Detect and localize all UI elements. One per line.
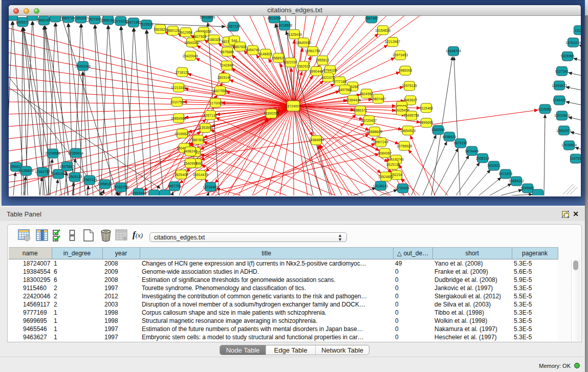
svg-text:8186328: 8186328 xyxy=(207,38,221,41)
svg-text:1621072: 1621072 xyxy=(321,76,335,79)
svg-text:18300295: 18300295 xyxy=(264,112,279,115)
svg-text:1362615: 1362615 xyxy=(297,64,311,68)
svg-text:20364436: 20364436 xyxy=(345,98,361,102)
svg-text:12923448: 12923448 xyxy=(131,191,146,195)
svg-text:8912954: 8912954 xyxy=(179,31,193,34)
svg-text:19854985: 19854985 xyxy=(171,117,186,120)
svg-text:7663822: 7663822 xyxy=(154,28,167,31)
svg-text:7632621: 7632621 xyxy=(487,164,501,167)
svg-text:8427552: 8427552 xyxy=(213,89,227,93)
svg-text:12505135: 12505135 xyxy=(67,175,82,179)
svg-text:15692971: 15692971 xyxy=(556,129,572,133)
svg-text:23420046: 23420046 xyxy=(183,54,198,58)
svg-text:16648764: 16648764 xyxy=(446,49,461,53)
svg-text:18724007: 18724007 xyxy=(286,104,301,108)
svg-text:1615132: 1615132 xyxy=(386,163,400,166)
svg-text:12975115: 12975115 xyxy=(402,84,417,87)
svg-text:16782759: 16782759 xyxy=(113,185,128,189)
svg-text:10756928: 10756928 xyxy=(397,144,412,148)
svg-text:8990448: 8990448 xyxy=(310,70,323,73)
svg-text:9329966: 9329966 xyxy=(561,54,575,58)
svg-text:19166825: 19166825 xyxy=(175,132,190,136)
svg-text:10807487: 10807487 xyxy=(371,97,386,101)
svg-text:19654923: 19654923 xyxy=(400,129,416,133)
svg-text:3867834: 3867834 xyxy=(191,138,205,142)
svg-text:20691406: 20691406 xyxy=(36,18,52,22)
svg-text:12093872: 12093872 xyxy=(552,84,567,87)
svg-text:2803144: 2803144 xyxy=(217,76,231,79)
svg-text:6879197: 6879197 xyxy=(454,141,468,145)
svg-text:2887682: 2887682 xyxy=(365,16,379,20)
svg-text:8454749: 8454749 xyxy=(246,48,260,52)
svg-text:6497568: 6497568 xyxy=(338,88,352,92)
svg-text:9457791: 9457791 xyxy=(168,184,182,188)
svg-text:13524851: 13524851 xyxy=(378,175,394,179)
svg-text:19975867: 19975867 xyxy=(59,165,75,168)
svg-text:12213967: 12213967 xyxy=(385,40,400,43)
svg-text:6794028: 6794028 xyxy=(323,69,337,72)
svg-text:16154838: 16154838 xyxy=(375,29,390,32)
svg-text:17957225: 17957225 xyxy=(82,178,97,182)
svg-text:9827505: 9827505 xyxy=(193,35,207,38)
svg-text:1244415: 1244415 xyxy=(553,98,567,102)
svg-text:1640954: 1640954 xyxy=(431,128,445,132)
svg-text:1540993: 1540993 xyxy=(184,162,198,165)
svg-text:16914479: 16914479 xyxy=(193,173,208,177)
svg-text:20206556: 20206556 xyxy=(45,151,60,155)
svg-text:16961758: 16961758 xyxy=(305,49,320,53)
svg-text:116753: 116753 xyxy=(570,157,581,160)
svg-text:16671355: 16671355 xyxy=(126,20,141,24)
svg-text:7485003: 7485003 xyxy=(399,69,412,72)
svg-text:8471676: 8471676 xyxy=(499,172,513,176)
svg-text:9899695: 9899695 xyxy=(420,121,433,124)
svg-text:10653267: 10653267 xyxy=(73,16,89,20)
svg-text:15716485: 15716485 xyxy=(203,185,218,189)
svg-text:11325419: 11325419 xyxy=(287,33,302,36)
svg-text:9777169: 9777169 xyxy=(333,80,347,83)
svg-text:12213319: 12213319 xyxy=(171,86,186,90)
svg-text:1405572: 1405572 xyxy=(16,20,30,24)
svg-text:1010755: 1010755 xyxy=(170,100,184,104)
svg-text:2935114: 2935114 xyxy=(476,157,489,160)
svg-text:19384554: 19384554 xyxy=(309,138,324,142)
svg-text:15751074: 15751074 xyxy=(565,41,581,45)
svg-text:1527602: 1527602 xyxy=(88,17,102,21)
svg-text:15720407: 15720407 xyxy=(361,119,377,122)
svg-text:7515526: 7515526 xyxy=(140,23,154,26)
svg-text:1145194: 1145194 xyxy=(52,172,65,176)
svg-text:12342757: 12342757 xyxy=(35,170,50,173)
svg-text:10973493: 10973493 xyxy=(393,53,408,57)
svg-text:19218506: 19218506 xyxy=(277,24,292,27)
svg-text:9227341: 9227341 xyxy=(555,70,569,73)
svg-text:9242848: 9242848 xyxy=(220,63,234,67)
svg-text:16210643: 16210643 xyxy=(554,114,570,117)
svg-text:1733426: 1733426 xyxy=(396,186,410,190)
svg-text:95061: 95061 xyxy=(11,165,21,168)
svg-text:7955812: 7955812 xyxy=(316,58,330,62)
svg-text:8813054: 8813054 xyxy=(268,16,281,20)
svg-text:11156829: 11156829 xyxy=(18,169,33,172)
svg-text:2718126: 2718126 xyxy=(176,71,189,74)
svg-text:11353594: 11353594 xyxy=(198,126,213,129)
svg-text:17016504: 17016504 xyxy=(561,143,577,147)
svg-text:8215953: 8215953 xyxy=(538,107,552,111)
svg-text:14136141: 14136141 xyxy=(373,184,388,188)
svg-text:11125: 11125 xyxy=(575,29,581,32)
svg-text:10654112: 10654112 xyxy=(509,179,524,183)
svg-text:10688609: 10688609 xyxy=(367,130,382,134)
svg-text:9860124: 9860124 xyxy=(166,29,180,32)
svg-text:9115460: 9115460 xyxy=(420,106,433,110)
svg-text:15495758: 15495758 xyxy=(404,114,419,117)
svg-text:8322037: 8322037 xyxy=(284,60,298,64)
svg-text:7886372: 7886372 xyxy=(354,108,367,112)
svg-text:9084067: 9084067 xyxy=(378,151,392,155)
svg-text:4498242: 4498242 xyxy=(184,149,198,153)
svg-text:3675685: 3675685 xyxy=(221,50,234,54)
svg-text:16543362: 16543362 xyxy=(184,41,200,45)
svg-text:1588520: 1588520 xyxy=(272,56,286,60)
svg-text:8938923: 8938923 xyxy=(443,135,456,139)
svg-text:18640910: 18640910 xyxy=(296,41,311,45)
svg-text:2867608: 2867608 xyxy=(233,45,247,49)
svg-text:7625402: 7625402 xyxy=(175,173,188,177)
svg-text:18907249: 18907249 xyxy=(373,140,388,144)
